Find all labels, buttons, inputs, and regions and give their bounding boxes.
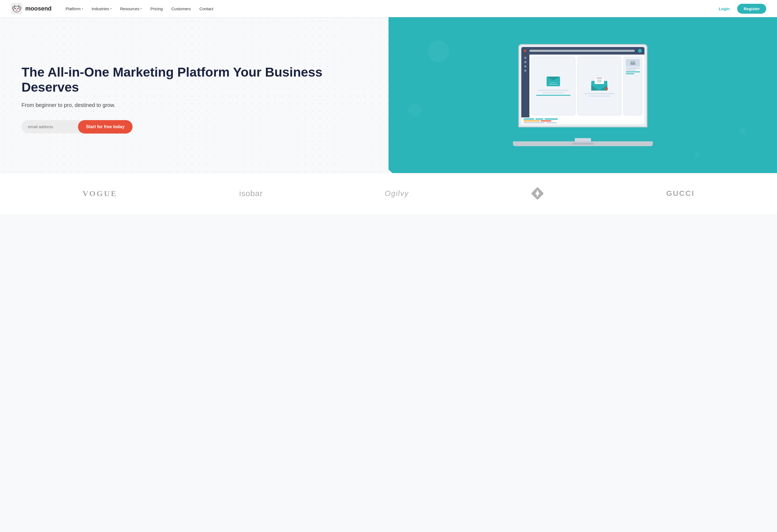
bar-teal-1 [524,119,534,120]
brand-logo-ogilvy: Ogilvy [385,189,409,198]
toolbar-address-bar [529,50,635,52]
hero-left-panel: The All-in-One Marketing Platform Your B… [0,17,388,173]
doc-image-icon [631,61,635,65]
cta-button[interactable]: Start for free today [78,120,132,134]
env-line-2 [550,83,557,83]
card-line-2 [543,93,564,93]
closed-envelope-card [532,57,575,115]
doc-teal-line [626,72,640,72]
red-notification-dot [605,87,608,90]
brand-logo-isobar: isobar [239,189,263,198]
industries-dropdown-arrow: ▾ [110,7,112,10]
hero-subtitle: From beginner to pro, destined to grow. [21,102,372,108]
screen-toolbar [521,47,645,54]
open-card-line-2 [588,96,610,97]
bar-teal-3 [544,119,558,120]
brand-logo-gucci: GUCCI [666,189,694,198]
dominos-icon [531,187,544,200]
nav-resources[interactable]: Resources ▾ [117,5,145,13]
doc-line-1 [626,68,640,69]
svg-point-19 [537,195,538,197]
laptop-illustration [513,44,653,146]
card-line-teal [536,95,571,96]
svg-point-10 [15,9,18,11]
nav-customers[interactable]: Customers [168,5,194,13]
sidebar-dot-4 [524,70,527,72]
platform-dropdown-arrow: ▾ [82,7,83,10]
nav-pricing[interactable]: Pricing [147,5,166,13]
navigation: moosend Platform ▾ Industries ▾ Resource… [0,0,777,17]
svg-point-11 [16,10,17,10]
deco-bubble-4 [695,153,699,157]
svg-point-12 [17,10,17,10]
doc-image-placeholder [626,59,640,66]
bar-gray-2 [546,122,557,123]
hero-title: The All-in-One Marketing Platform Your B… [21,65,372,94]
email-input[interactable] [21,120,81,133]
hero-right-panel [388,17,777,173]
laptop-stand [575,138,591,141]
deco-bubble-2 [408,103,421,116]
register-button[interactable]: Register [737,4,766,14]
svg-point-9 [18,8,18,9]
bar-red-1 [541,120,551,121]
bar-gray-1 [524,122,545,123]
toolbar-dot [524,50,526,52]
nav-links: Platform ▾ Industries ▾ Resources ▾ Pric… [63,5,715,13]
sidebar-dot-3 [524,65,527,68]
envelope-flap [547,77,560,80]
laptop-base [513,141,653,146]
logos-section: VOGUE isobar Ogilvy GUCCI [0,173,777,214]
brand-logo-vogue: VOGUE [83,189,117,198]
bar-row-1 [524,119,642,120]
resources-dropdown-arrow: ▾ [140,7,142,10]
brand-name: moosend [25,5,51,12]
bar-orange-1 [524,120,540,121]
logo-link[interactable]: moosend [11,3,51,14]
letter-inside [594,76,604,84]
sidebar-dot-1 [524,57,527,59]
closed-envelope-icon [547,77,560,87]
toolbar-circle [638,49,642,53]
letter-line-2 [596,79,602,79]
deco-bubble-1 [428,40,449,62]
hero-section: The All-in-One Marketing Platform Your B… [0,17,777,173]
doc-teal-line-2 [626,74,634,74]
moosend-logo-icon [11,3,23,14]
letter-line-1 [596,77,602,78]
login-button[interactable]: Login [715,5,733,13]
bar-row-3 [524,122,642,123]
doc-line-2 [626,70,636,71]
svg-point-5 [19,7,20,9]
nav-industries[interactable]: Industries ▾ [89,5,115,13]
laptop-screen-inner [521,47,645,124]
nav-actions: Login Register [715,4,766,14]
bar-row-2 [524,120,642,121]
svg-point-6 [15,8,16,9]
hero-form: Start for free today [21,120,372,134]
screen-bottom-bars [521,117,645,124]
document-card [624,57,642,115]
nav-platform[interactable]: Platform ▾ [63,5,86,13]
screen-body [521,54,645,117]
svg-point-13 [15,7,17,8]
open-envelope-icon [591,76,607,91]
card-line-1 [538,90,569,91]
env-line-1 [549,84,558,85]
screen-main [529,54,645,117]
nav-contact[interactable]: Contact [196,5,217,13]
open-envelope-card [577,57,621,115]
bar-teal-2 [535,119,543,120]
svg-point-7 [17,8,18,9]
svg-point-4 [13,7,14,9]
letter-image [597,80,601,83]
screen-sidebar [521,54,529,117]
open-card-line-1 [584,93,615,94]
brand-logo-dominos [531,187,544,200]
env-flap-left [591,85,599,91]
sidebar-dot-2 [524,61,527,63]
laptop-notch [572,143,594,145]
svg-point-18 [537,190,538,192]
laptop-screen [518,44,647,127]
